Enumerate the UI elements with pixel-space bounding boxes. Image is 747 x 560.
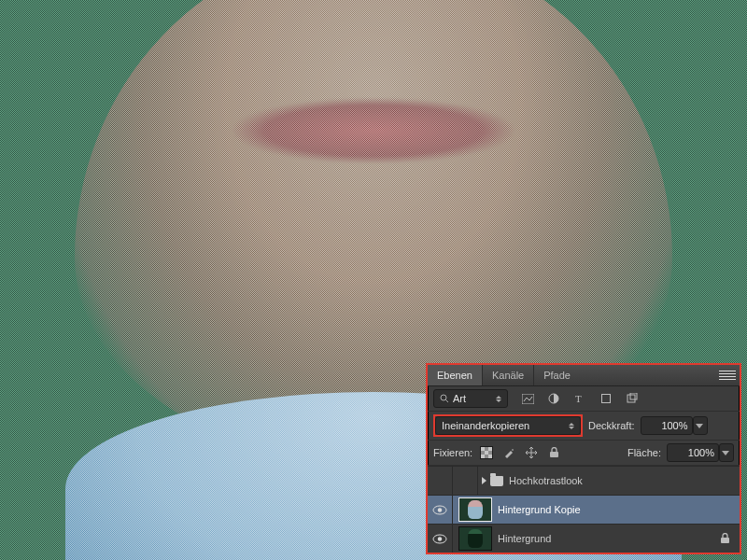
svg-rect-6 <box>627 395 635 402</box>
layer-list: Hochkotrastlook Hintergrund Kopie Hinter… <box>428 466 740 553</box>
group-disclosure-icon[interactable] <box>482 477 486 484</box>
blend-mode-select[interactable]: Ineinanderkopieren <box>435 416 581 435</box>
search-icon <box>440 394 449 403</box>
svg-point-14 <box>438 537 442 540</box>
visibility-toggle[interactable] <box>428 496 453 524</box>
svg-rect-5 <box>602 395 611 403</box>
blend-mode-value: Ineinanderkopieren <box>442 420 529 431</box>
tab-paths[interactable]: Pfade <box>533 365 580 385</box>
opacity-input[interactable]: 100% <box>641 416 693 435</box>
filter-shape-icon[interactable] <box>598 390 614 407</box>
svg-line-1 <box>445 399 448 402</box>
layer-row-copy[interactable]: Hintergrund Kopie <box>428 495 740 524</box>
layers-panel: Ebenen Kanäle Pfade Art T Ineinanderkopi… <box>426 363 741 554</box>
filter-pixel-icon[interactable] <box>519 390 536 407</box>
layer-name[interactable]: Hochkotrastlook <box>509 475 740 486</box>
lock-all-icon[interactable] <box>545 444 562 461</box>
layer-name[interactable]: Hintergrund <box>498 533 717 544</box>
layer-thumbnail[interactable] <box>458 497 492 522</box>
filter-adjustment-icon[interactable] <box>545 390 562 407</box>
svg-text:T: T <box>575 393 582 404</box>
layer-row-background[interactable]: Hintergrund <box>428 524 740 553</box>
lock-fill-row: Fixieren: Fläche: 100% <box>428 441 740 466</box>
blend-opacity-row: Ineinanderkopieren Deckkraft: 100% <box>428 412 740 441</box>
eye-icon <box>432 505 447 515</box>
lock-label: Fixieren: <box>433 447 472 458</box>
opacity-stepper[interactable] <box>693 416 708 435</box>
blend-mode-highlight: Ineinanderkopieren <box>433 414 583 437</box>
visibility-toggle[interactable] <box>428 525 453 553</box>
opacity-label: Deckkraft: <box>588 420 635 431</box>
lock-transparent-icon[interactable] <box>478 444 495 461</box>
layer-thumbnail[interactable] <box>458 526 492 551</box>
svg-rect-7 <box>630 393 637 399</box>
lock-position-icon[interactable] <box>523 444 540 461</box>
svg-rect-15 <box>721 538 729 543</box>
fill-label: Fläche: <box>627 447 661 458</box>
lock-pixels-icon[interactable] <box>500 444 517 461</box>
svg-rect-10 <box>550 452 558 457</box>
svg-point-12 <box>438 508 442 511</box>
panel-menu-button[interactable] <box>715 365 740 385</box>
layer-filter-kind-select[interactable]: Art <box>433 389 508 408</box>
layer-filter-kind-label: Art <box>453 393 472 404</box>
folder-icon <box>490 476 503 486</box>
fill-input[interactable]: 100% <box>667 443 719 462</box>
layer-name[interactable]: Hintergrund Kopie <box>498 504 740 515</box>
panel-tabbar: Ebenen Kanäle Pfade <box>428 365 740 386</box>
fill-stepper[interactable] <box>719 443 734 462</box>
tab-layers[interactable]: Ebenen <box>428 365 482 385</box>
lock-icon <box>717 531 732 546</box>
filter-type-icon[interactable]: T <box>571 390 588 407</box>
tab-channels[interactable]: Kanäle <box>482 365 533 385</box>
filter-smartobject-icon[interactable] <box>624 390 641 407</box>
layer-row-group[interactable]: Hochkotrastlook <box>428 466 740 495</box>
visibility-toggle[interactable] <box>428 467 453 495</box>
layer-filter-row: Art T <box>428 386 740 412</box>
eye-icon <box>432 534 447 544</box>
svg-point-0 <box>441 395 446 400</box>
